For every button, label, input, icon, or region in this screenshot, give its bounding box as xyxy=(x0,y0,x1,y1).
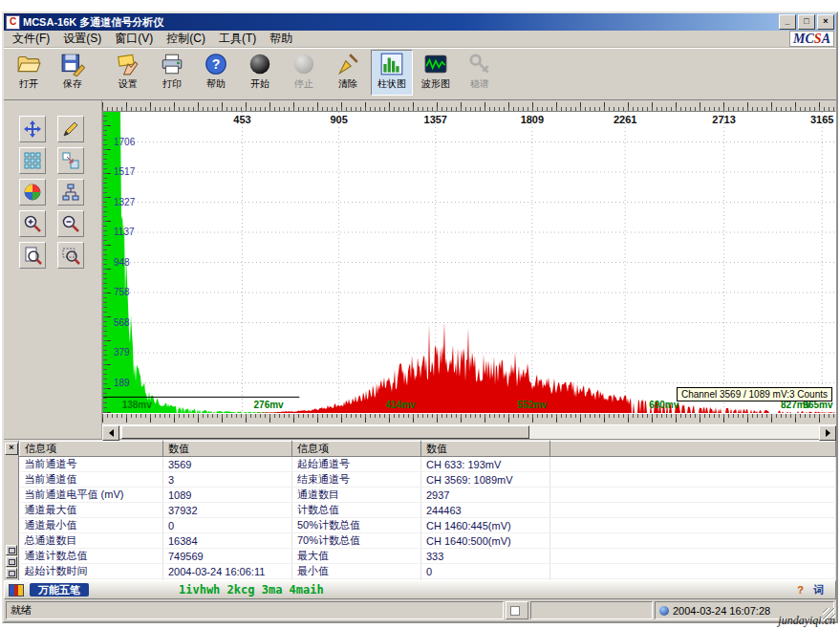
svg-text:189: 189 xyxy=(114,378,130,388)
pencil-icon xyxy=(61,119,80,139)
help-icon: ? xyxy=(204,52,228,76)
panel-close-button[interactable]: × xyxy=(5,443,18,455)
table-row[interactable]: 起始计数时间2004-03-24 16:06:11最小值0 xyxy=(20,564,836,579)
palette-button-zoom-area[interactable] xyxy=(57,242,84,269)
table-row[interactable]: 总通道数目1638470%计数总值CH 1640:500(mV) xyxy=(20,533,836,549)
palette-button-pencil[interactable] xyxy=(57,116,84,142)
maximize-button[interactable]: □ xyxy=(798,14,815,30)
info-table-header[interactable]: 信息项 xyxy=(292,442,421,457)
info-item-value: 749569 xyxy=(163,549,292,564)
open-folder-icon xyxy=(16,52,41,76)
menu-item-window[interactable]: 窗口(V) xyxy=(108,30,160,48)
color-wheel-icon xyxy=(23,183,42,202)
ruler-left xyxy=(103,112,111,413)
toolbar-button-waveform[interactable]: 波形图 xyxy=(415,50,457,96)
info-item-value: CH 633: 193mV xyxy=(421,457,550,472)
window-title: MCSA-16K 多通道信号分析仪 xyxy=(23,15,777,30)
menu-item-file[interactable]: 文件(F) xyxy=(6,30,56,48)
menu-item-tools[interactable]: 工具(T) xyxy=(212,30,263,48)
menu-item-settings[interactable]: 设置(S) xyxy=(56,30,108,48)
info-item-value: CH 1640:500(mV) xyxy=(421,533,550,549)
info-item-label: 当前通道电平值 (mV) xyxy=(20,488,163,503)
scroll-right-icon xyxy=(826,429,834,437)
toolbar-button-settings[interactable]: 设置 xyxy=(107,50,149,96)
toolbar-button-label: 停止 xyxy=(294,77,313,91)
palette-button-hierarchy[interactable] xyxy=(57,179,84,206)
table-row[interactable]: 当前通道电平值 (mV)1089通道数目2937 xyxy=(20,488,836,503)
toolbar-button-label: 帮助 xyxy=(206,77,226,91)
toolbar-button-save[interactable]: 保存 xyxy=(52,50,94,96)
info-table-header[interactable]: 信息项 xyxy=(20,442,163,457)
toolbar-button-histogram[interactable]: 柱状图 xyxy=(371,50,413,96)
palette-button-zoom-out[interactable] xyxy=(57,210,84,237)
toolbar: 打开保存设置打印?帮助开始停止清除柱状图波形图稳谱 xyxy=(4,48,836,100)
info-item-label: 通道最大值 xyxy=(20,503,163,518)
palette-button-resize[interactable] xyxy=(57,147,84,174)
svg-text:568: 568 xyxy=(114,317,130,328)
zoom-page-icon xyxy=(23,246,42,265)
info-item-label xyxy=(550,518,836,533)
palette-button-move[interactable] xyxy=(19,116,46,142)
zoom-area-icon xyxy=(61,246,80,265)
ime-candidates[interactable]: 1ivhwh 2kcg 3ma 4maih xyxy=(179,583,324,596)
palette-button-grid[interactable] xyxy=(19,147,46,174)
main-area: 1706151713271137948758568379189453905135… xyxy=(4,100,836,439)
table-row[interactable]: 通道计数总值749569最大值333 xyxy=(20,549,836,564)
resize-icon xyxy=(61,151,80,170)
svg-text:453: 453 xyxy=(233,114,250,125)
status-middle-panel xyxy=(530,601,653,619)
scroll-left-button[interactable] xyxy=(102,425,119,441)
info-item-label: 通道计数总值 xyxy=(20,549,163,564)
info-item-value: 244463 xyxy=(421,503,550,518)
palette-button-colors[interactable] xyxy=(19,179,46,206)
info-item-value: 333 xyxy=(421,549,550,564)
histogram-plot[interactable]: 1706151713271137948758568379189453905135… xyxy=(102,111,836,414)
toolbar-button-print[interactable]: 打印 xyxy=(151,50,193,96)
info-item-label: 最小值 xyxy=(292,564,421,579)
toolbar-button-start[interactable]: 开始 xyxy=(239,50,281,96)
info-table-header[interactable]: 数值 xyxy=(163,442,292,457)
info-item-label: 当前通道值 xyxy=(20,472,163,488)
ime-name-badge[interactable]: 万能五笔 xyxy=(30,583,89,596)
settings-hand-icon xyxy=(116,52,140,76)
panel-layout-button-3[interactable] xyxy=(6,568,17,578)
info-table-header[interactable] xyxy=(550,442,836,457)
info-item-label: 通道数目 xyxy=(292,488,421,503)
horizontal-scrollbar[interactable] xyxy=(102,424,836,439)
scroll-right-button[interactable] xyxy=(819,425,836,441)
table-row[interactable]: 通道最大值37932计数总值244463 xyxy=(20,503,836,518)
info-item-label: 通道最小值 xyxy=(20,518,163,533)
panel-layout-button-2[interactable] xyxy=(6,556,17,567)
toolbar-button-open[interactable]: 打开 xyxy=(8,50,50,96)
info-item-label xyxy=(550,472,836,488)
hierarchy-icon xyxy=(61,183,80,202)
minimize-button[interactable]: _ xyxy=(779,14,796,30)
toolbar-button-label: 设置 xyxy=(118,77,138,91)
scrollbar-track[interactable] xyxy=(119,425,819,439)
histogram-icon xyxy=(379,52,404,76)
ime-help-button[interactable]: ? xyxy=(797,584,804,596)
menu-item-control[interactable]: 控制(C) xyxy=(160,30,212,48)
info-panel-strip: × xyxy=(4,441,19,580)
menu-item-help[interactable]: 帮助 xyxy=(263,30,299,48)
toolbar-button-clear[interactable]: 清除 xyxy=(327,50,369,96)
info-item-label xyxy=(550,503,836,518)
histogram-svg: 1706151713271137948758568379189453905135… xyxy=(103,112,835,413)
toolbar-button-help[interactable]: ?帮助 xyxy=(195,50,237,96)
info-item-value: 0 xyxy=(421,564,550,579)
table-row[interactable]: 当前通道值3结束通道号CH 3569: 1089mV xyxy=(20,472,836,488)
info-table-header[interactable]: 数值 xyxy=(421,442,550,457)
scrollbar-thumb[interactable] xyxy=(121,425,529,439)
palette-button-zoom-in[interactable] xyxy=(19,210,46,237)
info-item-value: 2937 xyxy=(421,488,550,503)
table-row[interactable]: 当前通道号3569起始通道号CH 633: 193mV xyxy=(20,457,836,472)
info-item-label: 最大值 xyxy=(292,549,421,564)
ime-word-button[interactable]: 词 xyxy=(813,583,824,597)
chart-zone: 1706151713271137948758568379189453905135… xyxy=(102,100,836,439)
palette-button-zoom-page[interactable] xyxy=(19,242,46,269)
info-item-value: 37932 xyxy=(163,503,292,518)
table-row[interactable]: 通道最小值050%计数总值CH 1460:445(mV) xyxy=(20,518,836,533)
close-button[interactable]: × xyxy=(817,14,834,30)
panel-layout-button-1[interactable] xyxy=(6,545,17,555)
brand-logo: MCSA xyxy=(789,31,834,47)
